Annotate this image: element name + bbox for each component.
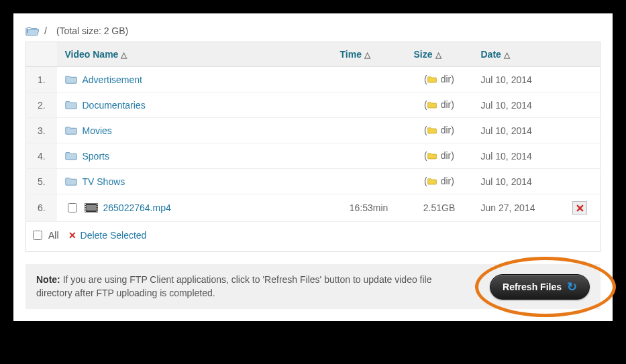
row-date: Jul 10, 2014 [473,143,560,169]
row-size: 2.51GB [406,194,473,222]
footer-controls: All ✕ Delete Selected [25,222,601,252]
col-header-name-label: Video Name [65,49,119,60]
col-header-actions [560,42,601,67]
row-date: Jul 10, 2014 [473,118,560,143]
row-number: 1. [26,67,57,93]
row-size: ( dir) [406,118,473,143]
row-actions [560,93,601,118]
folder-icon [65,125,77,135]
row-time [332,67,406,93]
row-actions [560,67,601,93]
refresh-files-button[interactable]: Refresh Files ↻ [490,274,590,300]
svg-rect-9 [96,210,97,212]
row-name-cell: Advertisement [57,67,332,93]
col-header-name[interactable]: Video Name△ [57,42,332,67]
sort-arrow-icon: △ [435,50,441,60]
folder-icon [65,74,77,84]
note-body: If you are using FTP Client applications… [36,274,432,298]
row-date: Jul 10, 2014 [473,67,560,93]
row-actions [560,169,601,194]
svg-rect-1 [86,205,96,210]
row-time [332,169,406,194]
svg-rect-3 [85,206,86,208]
row-size: ( dir) [406,143,473,169]
row-name-cell: TV Shows [57,169,332,194]
svg-rect-4 [85,208,86,210]
row-name-link[interactable]: Documentaries [83,100,146,111]
svg-rect-5 [85,210,86,212]
row-time: 16:53min [332,194,406,222]
svg-rect-2 [85,204,86,205]
note-box: Note: If you are using FTP Client applic… [25,264,601,309]
row-time [332,118,406,143]
refresh-files-label: Refresh Files [503,282,562,292]
delete-icon[interactable] [572,201,587,215]
col-header-num [26,42,57,67]
row-size: ( dir) [406,67,473,93]
col-header-size[interactable]: Size△ [406,42,473,67]
sort-arrow-icon: △ [364,50,370,60]
row-number: 5. [26,169,57,194]
row-name-cell: Movies [57,118,332,143]
refresh-arrow-icon: ↻ [567,281,577,293]
select-all-label[interactable]: All [30,229,59,242]
col-header-time[interactable]: Time△ [332,42,406,67]
select-all-text: All [48,230,59,241]
row-name-link[interactable]: Movies [83,125,112,136]
select-all-checkbox[interactable] [33,231,42,240]
table-row: 6.265022764.mp416:53min2.51GBJun 27, 201… [26,194,601,222]
svg-rect-8 [96,208,97,210]
file-browser-panel: / (Total size: 2 GB) Video Name△ Time△ S… [13,13,613,321]
row-number: 6. [26,194,57,222]
row-name-link[interactable]: TV Shows [83,176,125,187]
note-text: Note: If you are using FTP Client applic… [36,274,452,300]
refresh-highlight: Refresh Files ↻ [490,274,590,300]
sort-arrow-icon: △ [504,50,510,60]
row-date: Jul 10, 2014 [473,93,560,118]
row-number: 4. [26,143,57,169]
table-row: 1.Advertisement( dir)Jul 10, 2014 [26,67,601,93]
row-size: ( dir) [406,93,473,118]
row-date: Jul 10, 2014 [473,169,560,194]
note-prefix: Note: [36,274,60,285]
delete-selected-text: Delete Selected [81,230,147,241]
row-name-link[interactable]: 265022764.mp4 [103,202,171,213]
folder-icon [65,176,77,186]
row-name-link[interactable]: Sports [83,151,109,162]
row-time [332,93,406,118]
delete-selected-link[interactable]: ✕ Delete Selected [68,230,147,241]
row-actions [560,118,601,143]
row-actions [560,194,601,222]
row-number: 2. [26,93,57,118]
row-name-cell: Sports [57,143,332,169]
folder-icon [65,151,77,161]
table-row: 4.Sports( dir)Jul 10, 2014 [26,143,601,169]
row-actions [560,143,601,169]
total-size: (Total size: 2 GB) [56,25,128,36]
delete-x-icon: ✕ [68,230,76,241]
svg-rect-6 [96,204,97,205]
film-icon [85,203,98,213]
row-name-link[interactable]: Advertisement [83,74,142,85]
row-name-cell: Documentaries [57,93,332,118]
breadcrumb: / (Total size: 2 GB) [25,23,601,42]
col-header-time-label: Time [340,49,362,60]
table-row: 2.Documentaries( dir)Jul 10, 2014 [26,93,601,118]
row-checkbox[interactable] [68,203,77,213]
sort-arrow-icon: △ [121,50,127,60]
file-table: Video Name△ Time△ Size△ Date△ 1.Advertis… [25,42,601,222]
row-time [332,143,406,169]
row-date: Jun 27, 2014 [473,194,560,222]
col-header-date-label: Date [481,49,501,60]
row-number: 3. [26,118,57,143]
table-row: 3.Movies( dir)Jul 10, 2014 [26,118,601,143]
table-row: 5.TV Shows( dir)Jul 10, 2014 [26,169,601,194]
folder-open-icon [25,25,39,36]
breadcrumb-path[interactable]: / [44,25,47,36]
col-header-size-label: Size [414,49,433,60]
svg-rect-7 [96,206,97,208]
row-size: ( dir) [406,169,473,194]
folder-icon [65,100,77,110]
row-name-cell: 265022764.mp4 [57,194,332,222]
col-header-date[interactable]: Date△ [473,42,560,67]
